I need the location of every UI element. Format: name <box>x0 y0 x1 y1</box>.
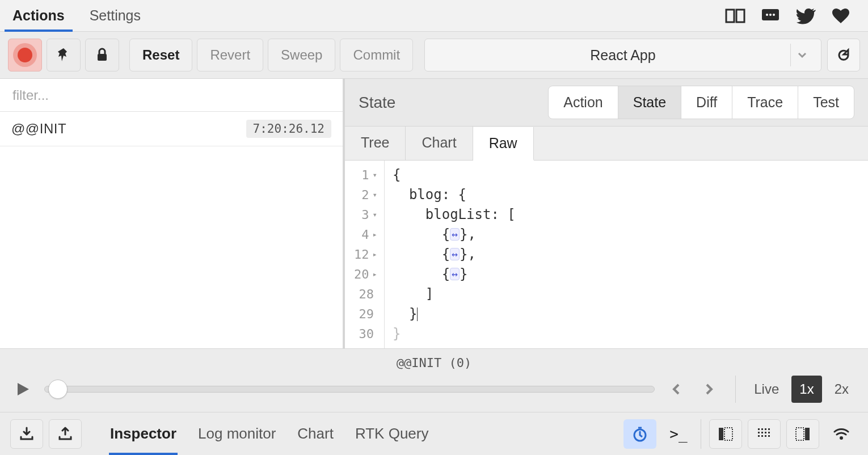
svg-rect-4 <box>98 54 107 61</box>
svg-rect-12 <box>758 432 760 433</box>
player-slider[interactable] <box>44 386 655 393</box>
export-button[interactable] <box>49 419 82 449</box>
console-button[interactable]: >_ <box>662 419 695 449</box>
collapsed-icon[interactable]: ↔ <box>450 268 460 280</box>
refresh-button[interactable] <box>827 39 860 71</box>
svg-rect-9 <box>761 428 763 430</box>
tab-actions[interactable]: Actions <box>0 0 77 31</box>
subtab-chart[interactable]: Chart <box>406 127 473 160</box>
code-gutter: 1▾ 2▾ 3▾ 4▸ 12▸ 20▸ 28 29 30 <box>345 161 385 348</box>
state-pane: State Action State Diff Trace Test Tree … <box>345 79 868 348</box>
slider-knob[interactable] <box>48 380 68 399</box>
view-tab-state[interactable]: State <box>618 86 681 119</box>
top-nav: Actions Settings <box>0 0 868 32</box>
action-time: 7:20:26.12 <box>246 120 331 138</box>
revert-button[interactable]: Revert <box>197 39 263 71</box>
next-action-button[interactable] <box>698 378 720 401</box>
speed-2x[interactable]: 2x <box>827 376 857 403</box>
play-button[interactable] <box>11 378 34 401</box>
chat-icon[interactable] <box>760 7 781 24</box>
monitor-rtk[interactable]: RTK Query <box>354 419 430 448</box>
code-area: 1▾ 2▾ 3▾ 4▸ 12▸ 20▸ 28 29 30 { blog: { b… <box>345 161 868 348</box>
book-icon[interactable] <box>725 7 745 24</box>
record-button[interactable] <box>8 39 42 71</box>
layout-grid-button[interactable] <box>748 419 781 449</box>
svg-rect-16 <box>758 435 760 437</box>
svg-point-1 <box>766 14 768 16</box>
speed-live[interactable]: Live <box>746 376 787 403</box>
action-row[interactable]: @@INIT 7:20:26.12 <box>0 112 343 146</box>
code-body[interactable]: { blog: { blogList: [ {↔}, {↔}, {↔} ] }} <box>385 161 868 348</box>
remote-button[interactable] <box>825 419 858 449</box>
record-icon <box>18 48 32 62</box>
svg-rect-6 <box>719 428 723 440</box>
view-tabs: Action State Diff Trace Test <box>548 86 854 119</box>
tab-settings[interactable]: Settings <box>77 0 153 31</box>
bottom-bar: Inspector Log monitor Chart RTK Query >_ <box>0 412 868 455</box>
import-button[interactable] <box>10 419 43 449</box>
pin-button[interactable] <box>47 39 81 71</box>
svg-rect-15 <box>768 432 770 433</box>
view-tab-diff[interactable]: Diff <box>681 86 732 119</box>
view-tab-test[interactable]: Test <box>798 86 854 119</box>
heart-icon[interactable] <box>831 7 851 24</box>
svg-rect-8 <box>758 428 760 430</box>
monitor-inspector[interactable]: Inspector <box>109 419 178 448</box>
svg-point-2 <box>769 14 772 16</box>
monitor-log[interactable]: Log monitor <box>197 419 277 448</box>
speed-1x[interactable]: 1x <box>791 376 821 403</box>
view-tab-action[interactable]: Action <box>549 86 617 119</box>
state-title: State <box>359 94 395 112</box>
toolbar: Reset Revert Sweep Commit React App <box>0 32 868 79</box>
state-header: State Action State Diff Trace Test <box>345 79 868 127</box>
speed-selector: Live 1x 2x <box>735 376 857 403</box>
lock-button[interactable] <box>85 39 119 71</box>
svg-rect-17 <box>761 435 763 437</box>
action-list: @@INIT 7:20:26.12 <box>0 112 343 348</box>
chevron-down-icon <box>790 44 813 66</box>
commit-button[interactable]: Commit <box>340 39 413 71</box>
svg-rect-18 <box>765 435 766 437</box>
twitter-icon[interactable] <box>795 7 816 24</box>
app-selector[interactable]: React App <box>424 39 821 71</box>
sweep-button[interactable]: Sweep <box>268 39 335 71</box>
svg-rect-11 <box>768 428 770 430</box>
subtab-raw[interactable]: Raw <box>473 127 534 161</box>
svg-point-22 <box>840 436 843 440</box>
svg-rect-20 <box>796 428 804 440</box>
action-name: @@INIT <box>11 121 66 137</box>
reset-button[interactable]: Reset <box>129 39 192 71</box>
svg-rect-13 <box>761 432 763 433</box>
filter-input[interactable] <box>0 79 343 112</box>
svg-point-3 <box>773 14 775 16</box>
app-name: React App <box>590 47 655 64</box>
player-current: @@INIT (0) <box>11 353 857 376</box>
svg-rect-7 <box>724 428 732 440</box>
subview-tabs: Tree Chart Raw <box>345 127 868 161</box>
top-nav-tabs: Actions Settings <box>0 0 153 31</box>
subtab-tree[interactable]: Tree <box>345 127 406 160</box>
view-tab-trace[interactable]: Trace <box>732 86 798 119</box>
action-list-pane: @@INIT 7:20:26.12 <box>0 79 345 348</box>
player-bar: @@INIT (0) Live 1x 2x <box>0 348 868 412</box>
layout-left-button[interactable] <box>709 419 742 449</box>
prev-action-button[interactable] <box>665 378 688 401</box>
svg-rect-21 <box>805 428 810 440</box>
svg-rect-10 <box>765 428 766 430</box>
top-nav-icons <box>725 7 868 24</box>
svg-rect-19 <box>768 435 770 437</box>
collapsed-icon[interactable]: ↔ <box>450 228 460 241</box>
svg-rect-14 <box>765 432 766 433</box>
monitor-chart[interactable]: Chart <box>296 419 335 448</box>
stopwatch-button[interactable] <box>623 419 656 449</box>
collapsed-icon[interactable]: ↔ <box>450 248 460 260</box>
monitor-tabs: Inspector Log monitor Chart RTK Query <box>109 419 429 448</box>
layout-right-button[interactable] <box>786 419 819 449</box>
